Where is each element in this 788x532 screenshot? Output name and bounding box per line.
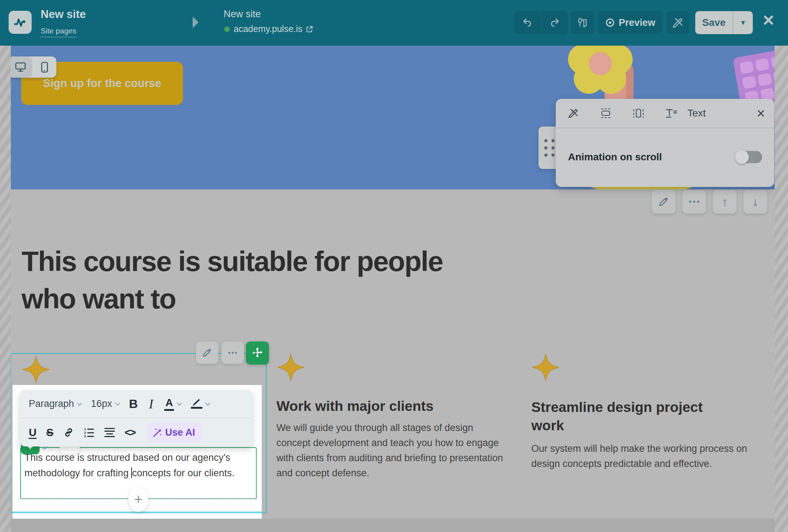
mobile-mode-button[interactable] [32, 56, 56, 78]
highlight-color-control[interactable] [191, 399, 210, 409]
sparkle-star-icon[interactable] [22, 355, 50, 384]
svg-text:2: 2 [84, 431, 86, 435]
breadcrumb-chevron-icon [191, 14, 201, 30]
workspace-left-edge [0, 46, 11, 532]
code-button[interactable]: <> [125, 427, 136, 439]
column-drag-handle[interactable] [246, 341, 269, 364]
undo-button[interactable] [514, 11, 541, 34]
pencil-icon [202, 348, 212, 357]
column-edit-button[interactable] [196, 341, 218, 364]
text-color-button[interactable]: A [164, 397, 174, 411]
chevron-down-icon [177, 400, 182, 405]
panel-breadcrumb: Text × [556, 99, 774, 128]
chevron-down-icon [77, 400, 82, 405]
section-heading[interactable]: This course is suitable for people who w… [22, 243, 467, 317]
highlighter-icon [192, 399, 201, 406]
column-paragraph[interactable]: Our system will help make the working pr… [531, 441, 758, 472]
column-title[interactable]: Work with major clients [276, 398, 507, 414]
site-domain-link[interactable]: academy.pulse.is [234, 24, 313, 34]
italic-button[interactable]: I [147, 396, 155, 412]
save-options-dropdown[interactable]: ▾ [733, 11, 753, 34]
design-style-button[interactable] [571, 11, 594, 34]
preview-button[interactable]: Preview [598, 11, 662, 34]
align-button[interactable] [104, 427, 115, 437]
monitor-icon [15, 62, 26, 72]
column-settings-icon[interactable] [633, 108, 644, 119]
preview-label: Preview [619, 17, 655, 28]
site-pages-link[interactable]: Site pages [41, 27, 76, 37]
save-button[interactable]: Save [695, 11, 733, 34]
column-more-button[interactable]: ••• [221, 341, 244, 364]
text-settings-panel: Text × Animation on scroll [556, 99, 774, 187]
pulse-logo[interactable] [9, 11, 32, 34]
paragraph-style-value: Paragraph [29, 398, 74, 409]
link-button[interactable] [63, 427, 74, 438]
chevron-down-icon [115, 400, 120, 405]
site-title: New site [41, 8, 86, 21]
eye-icon [605, 18, 615, 28]
undo-icon [522, 17, 533, 28]
move-arrows-icon [251, 347, 264, 359]
breadcrumb-site-name[interactable]: New site [224, 9, 261, 20]
drag-dots-icon [544, 139, 555, 157]
redo-icon [549, 17, 560, 28]
text-element-icon[interactable] [665, 108, 677, 119]
magic-wand-icon [152, 427, 162, 437]
external-link-icon [306, 26, 313, 33]
animation-on-scroll-label: Animation on scroll [568, 151, 662, 163]
redo-button[interactable] [541, 11, 568, 34]
column-title[interactable]: Streamline design project work [531, 398, 711, 435]
bold-button[interactable]: B [129, 397, 138, 411]
pencil-icon [659, 197, 669, 207]
domain-text: academy.pulse.is [234, 24, 302, 34]
ordered-list-button[interactable]: 123 [84, 427, 95, 438]
paragraph-style-select[interactable]: Paragraph [29, 398, 81, 409]
text-color-control[interactable]: A [164, 397, 181, 411]
use-ai-button[interactable]: Use AI [147, 422, 202, 442]
panel-close-icon[interactable]: × [757, 106, 765, 120]
desktop-mode-button[interactable] [8, 56, 32, 78]
editor-header: New site Site pages New site academy.pul… [0, 0, 788, 46]
site-status-dot [224, 27, 230, 32]
svg-text:1: 1 [84, 427, 86, 431]
font-size-select[interactable]: 16px [91, 398, 119, 409]
chevron-down-icon [205, 400, 210, 405]
workspace-right-edge [775, 46, 788, 532]
panel-title: Text [687, 107, 706, 119]
workspace-bottom-strip [0, 519, 788, 532]
block-more-button[interactable]: ••• [682, 190, 706, 214]
svg-text:3: 3 [84, 435, 86, 438]
breadcrumb-chevron-icon [586, 110, 593, 117]
animation-on-scroll-toggle[interactable] [736, 151, 762, 163]
add-element-button[interactable]: + [128, 487, 148, 512]
save-button-group: Save ▾ [695, 11, 753, 34]
highlight-color-bar [191, 407, 202, 409]
signup-course-label: Sign up for the course [43, 77, 161, 90]
sparkle-star-icon[interactable] [531, 353, 560, 382]
pulse-wave-icon [13, 15, 27, 29]
block-move-down-button[interactable]: ↓ [743, 190, 767, 214]
breadcrumb-chevron-icon [651, 110, 658, 117]
brush-page-icon [577, 17, 588, 28]
strikethrough-button[interactable]: S [46, 426, 54, 439]
pulse-site-editor: Sign up for the course This course is su… [0, 0, 788, 532]
column-paragraph[interactable]: We will guide you through all stages of … [276, 421, 509, 481]
align-center-icon [104, 427, 115, 437]
close-editor-icon[interactable]: × [763, 10, 774, 29]
block-edit-button[interactable] [652, 190, 675, 214]
highlighter-button[interactable] [191, 399, 202, 409]
edit-design-button[interactable] [666, 11, 690, 34]
sparkle-star-icon[interactable] [276, 353, 305, 382]
design-tools-icon[interactable] [568, 108, 579, 119]
use-ai-label: Use AI [165, 427, 195, 438]
device-mode-switcher [8, 56, 56, 78]
section-settings-icon[interactable] [600, 108, 612, 119]
pencil-ruler-icon [672, 17, 684, 28]
block-move-up-button[interactable]: ↑ [713, 190, 737, 214]
breadcrumb-chevron-icon [619, 110, 626, 117]
font-size-value: 16px [91, 398, 112, 409]
underline-button[interactable]: U [29, 426, 37, 439]
toggle-knob [735, 150, 749, 164]
ordered-list-icon: 123 [84, 427, 95, 438]
rich-text-toolbar: Paragraph 16px B I A [20, 390, 252, 446]
